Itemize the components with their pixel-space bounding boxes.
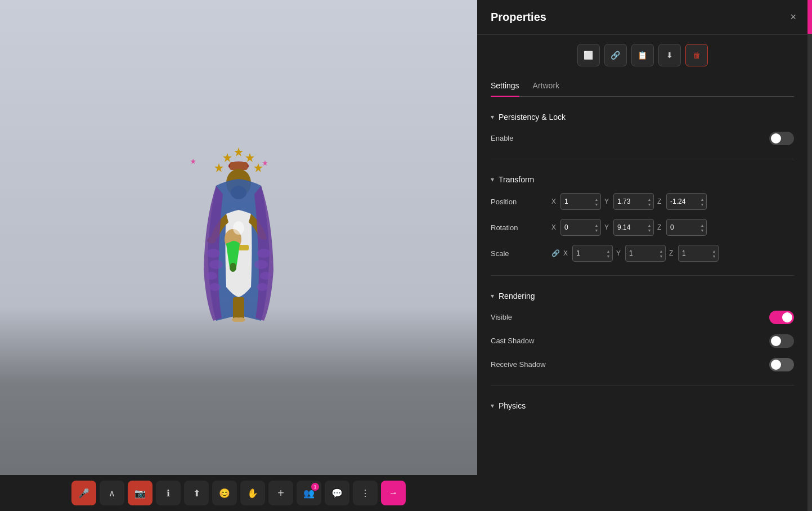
scale-z-up[interactable]: ▲ bbox=[711, 249, 717, 253]
physics-title: Physics bbox=[499, 401, 526, 410]
delete-button[interactable]: 🗑 bbox=[685, 44, 708, 66]
rendering-header[interactable]: ▾ Rendering bbox=[491, 287, 794, 305]
position-y-group: Y 1.73 ▲ ▼ bbox=[604, 193, 654, 210]
more-icon: ⋮ bbox=[361, 488, 370, 499]
physics-header[interactable]: ▾ Physics bbox=[491, 397, 794, 415]
info-icon: ℹ bbox=[167, 488, 170, 499]
svg-point-26 bbox=[236, 317, 245, 322]
chevron-down-icon: ▾ bbox=[491, 113, 494, 121]
panel-content: ⬜ 🔗 📋 ⬇ 🗑 Settings Artwork ▾ Persis bbox=[477, 35, 812, 511]
section-transform: ▾ Transform Position X 1 ▲ bbox=[491, 171, 794, 266]
link-button[interactable]: 🔗 bbox=[604, 44, 627, 66]
position-z-spinners: ▲ ▼ bbox=[699, 197, 705, 207]
svg-point-17 bbox=[206, 272, 217, 280]
rotation-z-group: Z 0 ▲ ▼ bbox=[657, 219, 707, 236]
tab-settings[interactable]: Settings bbox=[491, 75, 519, 97]
scale-x-down[interactable]: ▼ bbox=[605, 254, 611, 258]
rotation-z-down[interactable]: ▼ bbox=[699, 228, 705, 232]
exit-icon: → bbox=[389, 488, 398, 498]
position-y-spinners: ▲ ▼ bbox=[647, 197, 652, 207]
svg-marker-2 bbox=[223, 153, 232, 162]
divider-3 bbox=[491, 385, 794, 386]
persistency-title: Persistency & Lock bbox=[499, 113, 566, 122]
scrollbar-thumb[interactable] bbox=[807, 0, 812, 34]
persistency-header[interactable]: ▾ Persistency & Lock bbox=[491, 108, 794, 126]
scale-y-down[interactable]: ▼ bbox=[658, 254, 664, 258]
emoji-button[interactable]: 😊 bbox=[212, 481, 237, 505]
rotation-fields: X 0 ▲ ▼ Y bbox=[551, 219, 794, 236]
rotation-z-up[interactable]: ▲ bbox=[699, 223, 705, 227]
scale-x-spinners: ▲ ▼ bbox=[605, 249, 611, 258]
mic-icon: 🎤 bbox=[78, 488, 89, 499]
svg-point-21 bbox=[260, 272, 271, 280]
scale-y-wrapper: 1 ▲ ▼ bbox=[625, 245, 666, 262]
leave-button[interactable]: → bbox=[381, 481, 406, 505]
share-button[interactable]: ⬆ bbox=[184, 481, 209, 505]
scale-z-group: Z 1 ▲ ▼ bbox=[669, 245, 719, 262]
scrollbar-track[interactable] bbox=[807, 0, 812, 511]
svg-point-15 bbox=[207, 249, 220, 258]
scale-z-label: Z bbox=[669, 249, 676, 257]
hand-button[interactable]: ✋ bbox=[240, 481, 265, 505]
rotation-z-label: Z bbox=[657, 223, 664, 231]
rotation-x-label: X bbox=[551, 223, 558, 231]
tabs: Settings Artwork bbox=[491, 75, 794, 97]
visible-row: Visible bbox=[491, 305, 794, 329]
rotation-x-down[interactable]: ▼ bbox=[594, 228, 599, 232]
position-z-group: Z -1.24 ▲ ▼ bbox=[657, 193, 707, 210]
scale-y-spinners: ▲ ▼ bbox=[658, 249, 664, 258]
chevron-up-icon: ∧ bbox=[109, 488, 115, 499]
rotation-y-up[interactable]: ▲ bbox=[647, 223, 652, 227]
close-button[interactable]: × bbox=[788, 9, 798, 25]
info-button[interactable]: ℹ bbox=[156, 481, 181, 505]
bottom-toolbar: 🎤 ∧ 📷 ℹ ⬆ 😊 ✋ + 👥 1 💬 ⋮ bbox=[0, 475, 477, 511]
rotation-y-label: Y bbox=[604, 223, 611, 231]
position-x-group: X 1 ▲ ▼ bbox=[551, 193, 601, 210]
svg-marker-3 bbox=[254, 163, 263, 172]
section-persistency: ▾ Persistency & Lock Enable bbox=[491, 108, 794, 150]
audio-options-button[interactable]: ∧ bbox=[100, 481, 124, 505]
scale-y-up[interactable]: ▲ bbox=[658, 249, 664, 253]
rotation-y-down[interactable]: ▼ bbox=[647, 228, 652, 232]
tab-artwork[interactable]: Artwork bbox=[533, 75, 559, 97]
mute-button[interactable]: 🎤 bbox=[71, 481, 96, 505]
transform-header[interactable]: ▾ Transform bbox=[491, 171, 794, 189]
scale-y-group: Y 1 ▲ ▼ bbox=[616, 245, 666, 262]
position-label: Position bbox=[491, 198, 547, 206]
position-z-down[interactable]: ▼ bbox=[699, 202, 705, 207]
scale-link-icon[interactable]: 🔗 bbox=[551, 249, 560, 257]
frame-button[interactable]: ⬜ bbox=[577, 44, 600, 66]
position-x-down[interactable]: ▼ bbox=[594, 202, 599, 207]
cast-shadow-toggle[interactable] bbox=[769, 334, 794, 348]
share-icon: ⬆ bbox=[193, 488, 200, 499]
people-badge: 1 bbox=[311, 483, 319, 491]
people-button[interactable]: 👥 1 bbox=[297, 481, 321, 505]
position-y-down[interactable]: ▼ bbox=[647, 202, 652, 207]
visible-toggle[interactable] bbox=[769, 311, 794, 324]
svg-point-27 bbox=[233, 221, 244, 235]
svg-point-19 bbox=[257, 249, 271, 258]
enable-toggle[interactable] bbox=[769, 132, 794, 145]
plus-icon: + bbox=[277, 487, 284, 500]
scale-x-up[interactable]: ▲ bbox=[605, 249, 611, 253]
position-z-up[interactable]: ▲ bbox=[699, 197, 705, 201]
receive-shadow-toggle[interactable] bbox=[769, 358, 794, 371]
rotation-z-spinners: ▲ ▼ bbox=[699, 223, 705, 232]
position-x-up[interactable]: ▲ bbox=[594, 197, 599, 201]
copy-button[interactable]: 📋 bbox=[631, 44, 654, 66]
more-button[interactable]: ⋮ bbox=[353, 481, 378, 505]
add-button[interactable]: + bbox=[268, 481, 293, 505]
chat-button[interactable]: 💬 bbox=[325, 481, 349, 505]
camera-button[interactable]: 📷 bbox=[128, 481, 152, 505]
hand-icon: ✋ bbox=[247, 488, 258, 499]
scale-z-down[interactable]: ▼ bbox=[711, 254, 717, 258]
rotation-x-up[interactable]: ▲ bbox=[594, 223, 599, 227]
download-button[interactable]: ⬇ bbox=[658, 44, 681, 66]
svg-marker-1 bbox=[245, 153, 254, 162]
visible-toggle-container bbox=[769, 310, 794, 324]
svg-point-16 bbox=[209, 260, 223, 269]
position-y-up[interactable]: ▲ bbox=[647, 197, 652, 201]
rotation-y-group: Y 9.14 ▲ ▼ bbox=[604, 219, 654, 236]
position-fields: X 1 ▲ ▼ Y bbox=[551, 193, 794, 210]
position-x-wrapper: 1 ▲ ▼ bbox=[560, 193, 601, 210]
